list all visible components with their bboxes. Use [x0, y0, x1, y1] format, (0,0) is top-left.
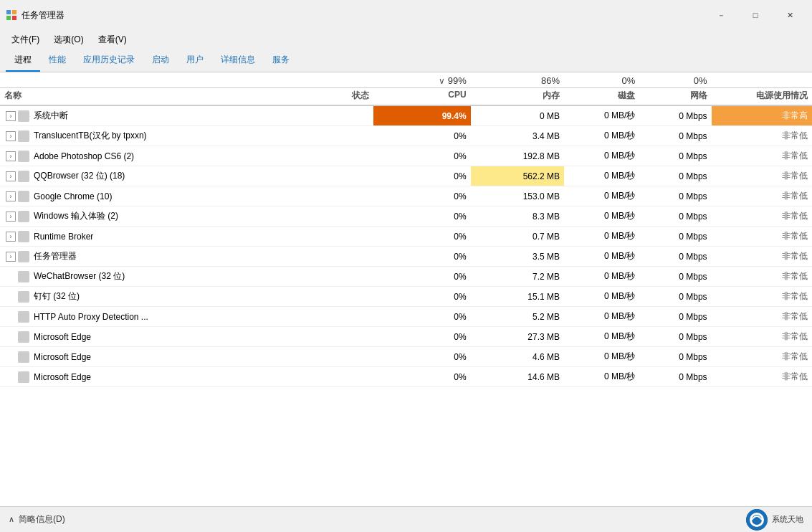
- menu-options[interactable]: 选项(O): [48, 32, 89, 48]
- expand-chevron-icon[interactable]: ›: [6, 191, 16, 201]
- table-row[interactable]: ›Adobe Photoshop CS6 (2)0%192.8 MB0 MB/秒…: [0, 146, 812, 166]
- table-row[interactable]: ›Runtime Broker0%0.7 MB0 MB/秒0 Mbps非常低: [0, 227, 812, 247]
- maximize-button[interactable]: □: [739, 4, 772, 26]
- process-name: HTTP Auto Proxy Detection ...: [32, 312, 148, 322]
- close-button[interactable]: ✕: [773, 4, 806, 26]
- col-header-name: [0, 72, 316, 88]
- process-network: 0 Mbps: [639, 347, 711, 367]
- process-table[interactable]: ∨ 99% 86% 0% 0% 名称 状态 CPU 内存 磁盘 网络 电源使用情…: [0, 72, 812, 506]
- process-memory: 8.3 MB: [471, 206, 564, 227]
- process-power: 非常低: [712, 247, 812, 267]
- window-title: 任务管理器: [22, 9, 65, 22]
- process-icon: [18, 110, 29, 122]
- svg-rect-1: [12, 10, 16, 14]
- process-disk: 0 MB/秒: [564, 146, 639, 166]
- col-header-network-pct[interactable]: 0%: [639, 72, 711, 88]
- process-power: 非常低: [712, 126, 812, 146]
- table-row[interactable]: Microsoft Edge0%27.3 MB0 MB/秒0 Mbps非常低: [0, 327, 812, 347]
- expand-chevron-icon[interactable]: ›: [6, 131, 16, 141]
- expand-chevron-icon[interactable]: ›: [6, 151, 16, 161]
- table-row[interactable]: 钉钉 (32 位)0%15.1 MB0 MB/秒0 Mbps非常低: [0, 287, 812, 307]
- expand-chevron-icon[interactable]: ›: [6, 171, 16, 181]
- col-label-network[interactable]: 网络: [639, 88, 711, 106]
- process-name: Adobe Photoshop CS6 (2): [32, 151, 134, 161]
- process-power: 非常低: [712, 367, 812, 387]
- process-power: 非常低: [712, 206, 812, 227]
- col-label-memory[interactable]: 内存: [471, 88, 564, 106]
- process-status: [316, 186, 373, 206]
- process-icon: [18, 311, 29, 323]
- col-label-disk[interactable]: 磁盘: [564, 88, 639, 106]
- process-memory: 14.6 MB: [471, 367, 564, 387]
- minimize-button[interactable]: －: [704, 4, 737, 26]
- col-label-name[interactable]: 名称: [0, 88, 316, 106]
- tab-services[interactable]: 服务: [264, 49, 298, 72]
- process-name: Microsoft Edge: [32, 352, 91, 362]
- process-status: [316, 146, 373, 166]
- process-disk: 0 MB/秒: [564, 347, 639, 367]
- process-name: 系统中断: [32, 110, 68, 122]
- status-toggle[interactable]: ∧ 简略信息(D): [9, 513, 65, 526]
- col-header-cpu-pct[interactable]: ∨ 99%: [373, 72, 470, 88]
- process-memory: 7.2 MB: [471, 267, 564, 287]
- col-header-memory-pct[interactable]: 86%: [471, 72, 564, 88]
- status-toggle-label[interactable]: 简略信息(D): [19, 513, 65, 526]
- process-network: 0 Mbps: [639, 105, 711, 126]
- menu-view[interactable]: 查看(V): [92, 32, 133, 48]
- process-network: 0 Mbps: [639, 307, 711, 327]
- process-icon: [18, 130, 29, 142]
- process-name: 钉钉 (32 位): [32, 290, 80, 303]
- table-row[interactable]: HTTP Auto Proxy Detection ...0%5.2 MB0 M…: [0, 307, 812, 327]
- tab-users[interactable]: 用户: [178, 49, 212, 72]
- tab-app-history[interactable]: 应用历史记录: [75, 49, 143, 72]
- process-cpu: 99.4%: [373, 105, 470, 126]
- process-status: [316, 166, 373, 186]
- expand-chevron-icon[interactable]: ›: [6, 232, 16, 242]
- tab-performance[interactable]: 性能: [40, 49, 75, 72]
- process-name: Microsoft Edge: [32, 332, 91, 342]
- expand-chevron-icon[interactable]: ›: [6, 252, 16, 262]
- col-label-cpu[interactable]: CPU: [373, 88, 470, 106]
- table-row[interactable]: Microsoft Edge0%14.6 MB0 MB/秒0 Mbps非常低: [0, 367, 812, 387]
- process-name: Runtime Broker: [32, 232, 93, 242]
- table-row[interactable]: ›TranslucentTB(汉化 by tpxxn)0%3.4 MB0 MB/…: [0, 126, 812, 146]
- process-icon: [18, 371, 29, 383]
- tab-startup[interactable]: 启动: [143, 49, 178, 72]
- window-controls: － □ ✕: [704, 4, 806, 26]
- table-row[interactable]: ›Windows 输入体验 (2)0%8.3 MB0 MB/秒0 Mbps非常低: [0, 206, 812, 227]
- process-disk: 0 MB/秒: [564, 227, 639, 247]
- process-power: 非常低: [712, 146, 812, 166]
- logo-icon: [746, 509, 768, 531]
- process-power: 非常低: [712, 186, 812, 206]
- process-disk: 0 MB/秒: [564, 105, 639, 126]
- process-disk: 0 MB/秒: [564, 287, 639, 307]
- process-memory: 3.5 MB: [471, 247, 564, 267]
- svg-rect-2: [6, 16, 11, 20]
- process-memory: 153.0 MB: [471, 186, 564, 206]
- table-row[interactable]: ›Google Chrome (10)0%153.0 MB0 MB/秒0 Mbp…: [0, 186, 812, 206]
- process-name: Google Chrome (10): [32, 191, 112, 201]
- table-row[interactable]: ›任务管理器0%3.5 MB0 MB/秒0 Mbps非常低: [0, 247, 812, 267]
- process-memory: 0.7 MB: [471, 227, 564, 247]
- table-row[interactable]: WeChatBrowser (32 位)0%7.2 MB0 MB/秒0 Mbps…: [0, 267, 812, 287]
- process-icon: [18, 291, 29, 303]
- process-network: 0 Mbps: [639, 146, 711, 166]
- process-network: 0 Mbps: [639, 166, 711, 186]
- process-cpu: 0%: [373, 247, 470, 267]
- tab-details[interactable]: 详细信息: [212, 49, 264, 72]
- process-cpu: 0%: [373, 227, 470, 247]
- col-label-power[interactable]: 电源使用情况: [712, 88, 812, 106]
- tab-processes[interactable]: 进程: [6, 49, 40, 72]
- menu-file[interactable]: 文件(F): [6, 32, 45, 48]
- expand-chevron-icon[interactable]: ›: [6, 212, 16, 222]
- table-row[interactable]: Microsoft Edge0%4.6 MB0 MB/秒0 Mbps非常低: [0, 347, 812, 367]
- table-row[interactable]: ›系统中断99.4%0 MB0 MB/秒0 Mbps非常高: [0, 105, 812, 126]
- logo-text: 系统天地: [772, 514, 803, 525]
- expand-chevron-icon[interactable]: ›: [6, 111, 16, 121]
- col-header-disk-pct[interactable]: 0%: [564, 72, 639, 88]
- tab-bar: 进程 性能 应用历史记录 启动 用户 详细信息 服务: [0, 49, 812, 72]
- table-row[interactable]: ›QQBrowser (32 位) (18)0%562.2 MB0 MB/秒0 …: [0, 166, 812, 186]
- process-status: [316, 367, 373, 387]
- process-status: [316, 287, 373, 307]
- process-disk: 0 MB/秒: [564, 267, 639, 287]
